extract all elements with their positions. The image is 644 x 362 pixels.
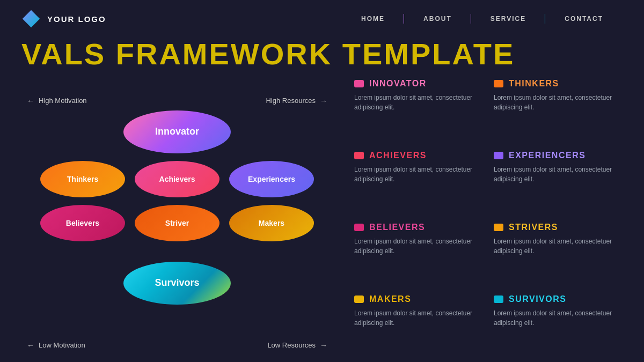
info-title-survivors: SURVIVORS	[509, 294, 566, 304]
info-desc-achievers: Lorem ipsum dolor sit amet, consectetuer…	[354, 165, 483, 184]
nav-service[interactable]: SERVICE	[471, 15, 545, 23]
info-desc-strivers: Lorem ipsum dolor sit amet, consectetuer…	[494, 237, 623, 256]
ellipse-survivors[interactable]: Survivors	[123, 262, 231, 305]
dot-experiencers	[494, 152, 503, 159]
info-header-believers: BELIEVERS	[354, 223, 483, 232]
dot-achievers	[354, 152, 364, 159]
info-section: INNOVATOR Lorem ipsum dolor sit amet, co…	[343, 76, 623, 358]
ellipse-experiencers[interactable]: Experiencers	[229, 161, 314, 197]
info-card-thinkers: THINKERS Lorem ipsum dolor sit amet, con…	[494, 79, 623, 142]
dot-thinkers	[494, 80, 503, 87]
info-header-experiencers: EXPERIENCERS	[494, 151, 623, 160]
info-card-makers: MAKERS Lorem ipsum dolor sit amet, conse…	[354, 294, 483, 358]
ellipse-believers[interactable]: Believers	[40, 205, 125, 241]
nav-about[interactable]: ABOUT	[404, 15, 471, 23]
page-title: VALS FRAMEWORK TEMPLATE	[0, 38, 644, 71]
info-desc-survivors: Lorem ipsum dolor sit amet, consectetuer…	[494, 308, 623, 328]
info-card-innovator: INNOVATOR Lorem ipsum dolor sit amet, co…	[354, 79, 483, 142]
info-card-achievers: ACHIEVERS Lorem ipsum dolor sit amet, co…	[354, 151, 483, 214]
logo-area: YOUR LOGO	[21, 9, 106, 28]
ellipse-row-1: Thinkers Achievers Experiencers	[21, 161, 333, 197]
ellipses-container: Innovator Thinkers Achievers Experiencer…	[21, 76, 333, 358]
info-desc-innovator: Lorem ipsum dolor sit amet, consectetuer…	[354, 93, 483, 112]
logo-icon	[21, 9, 41, 28]
info-header-survivors: SURVIVORS	[494, 294, 623, 304]
dot-believers	[354, 224, 364, 231]
nav-home[interactable]: HOME	[342, 15, 404, 23]
ellipse-innovator[interactable]: Innovator	[123, 110, 231, 153]
nav-contact[interactable]: CONTACT	[545, 15, 623, 23]
info-desc-makers: Lorem ipsum dolor sit amet, consectetuer…	[354, 308, 483, 328]
info-title-thinkers: THINKERS	[509, 79, 559, 88]
info-card-strivers: STRIVERS Lorem ipsum dolor sit amet, con…	[494, 223, 623, 286]
ellipse-makers[interactable]: Makers	[229, 205, 314, 241]
info-card-believers: BELIEVERS Lorem ipsum dolor sit amet, co…	[354, 223, 483, 286]
info-desc-experiencers: Lorem ipsum dolor sit amet, consectetuer…	[494, 165, 623, 184]
dot-innovator	[354, 80, 364, 87]
ellipse-row-2: Believers Striver Makers	[21, 205, 333, 241]
info-title-makers: MAKERS	[369, 294, 411, 304]
info-title-achievers: ACHIEVERS	[369, 151, 427, 160]
diagram-section: ← High Motivation High Resources → ← Low…	[21, 76, 333, 358]
info-desc-believers: Lorem ipsum dolor sit amet, consectetuer…	[354, 237, 483, 256]
dot-survivors	[494, 295, 503, 303]
info-card-survivors: SURVIVORS Lorem ipsum dolor sit amet, co…	[494, 294, 623, 358]
info-header-makers: MAKERS	[354, 294, 483, 304]
dot-strivers	[494, 224, 503, 231]
info-title-strivers: STRIVERS	[509, 223, 558, 232]
nav-links: HOME ABOUT SERVICE CONTACT	[342, 15, 623, 23]
info-header-strivers: STRIVERS	[494, 223, 623, 232]
info-title-innovator: INNOVATOR	[369, 79, 427, 88]
info-title-experiencers: EXPERIENCERS	[509, 151, 586, 160]
info-header-thinkers: THINKERS	[494, 79, 623, 88]
info-card-experiencers: EXPERIENCERS Lorem ipsum dolor sit amet,…	[494, 151, 623, 214]
ellipse-strivers[interactable]: Striver	[135, 205, 219, 241]
info-title-believers: BELIEVERS	[369, 223, 425, 232]
dot-makers	[354, 295, 364, 303]
navbar: YOUR LOGO HOME ABOUT SERVICE CONTACT	[0, 0, 644, 38]
main-content: ← High Motivation High Resources → ← Low…	[0, 76, 644, 358]
ellipse-thinkers[interactable]: Thinkers	[40, 161, 125, 197]
svg-marker-0	[23, 10, 40, 27]
info-header-innovator: INNOVATOR	[354, 79, 483, 88]
info-desc-thinkers: Lorem ipsum dolor sit amet, consectetuer…	[494, 93, 623, 112]
logo-text: YOUR LOGO	[47, 14, 106, 24]
ellipse-achievers[interactable]: Achievers	[135, 161, 219, 197]
info-header-achievers: ACHIEVERS	[354, 151, 483, 160]
